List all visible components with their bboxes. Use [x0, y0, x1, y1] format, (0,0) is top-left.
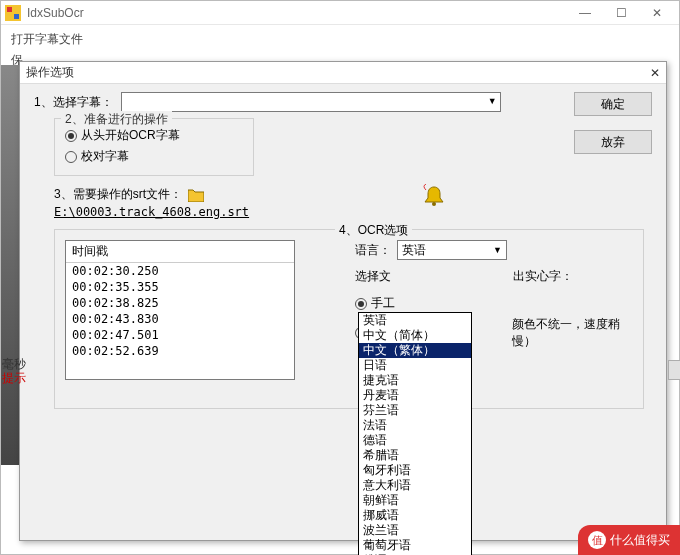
language-option[interactable]: 英语	[359, 313, 471, 328]
language-option[interactable]: 葡萄牙语	[359, 538, 471, 553]
main-title: IdxSubOcr	[27, 6, 567, 20]
cancel-button[interactable]: 放弃	[574, 130, 652, 154]
operation-group: 2、准备进行的操作 从头开始OCR字幕 校对字幕	[54, 118, 254, 176]
dialog-body: 确定 放弃 1、选择字幕： ▼ 2、准备进行的操作 从头开始OCR字幕 校对字	[20, 84, 666, 540]
language-option[interactable]: 朝鲜语	[359, 493, 471, 508]
language-option[interactable]: 德语	[359, 433, 471, 448]
radio-ocr[interactable]: 从头开始OCR字幕	[65, 125, 243, 146]
hint-label: 提示	[2, 370, 26, 387]
language-option[interactable]: 芬兰语	[359, 403, 471, 418]
dialog-titlebar: 操作选项 ✕	[20, 62, 666, 84]
timestamp-item[interactable]: 00:02:35.355	[66, 279, 294, 295]
language-option[interactable]: 中文（繁体）	[359, 343, 471, 358]
step1-row: 1、选择字幕： ▼	[34, 92, 652, 112]
timestamp-item[interactable]: 00:02:47.501	[66, 327, 294, 343]
maximize-button[interactable]: ☐	[603, 3, 639, 23]
watermark-icon: 值	[588, 531, 606, 549]
language-option[interactable]: 希腊语	[359, 448, 471, 463]
language-option[interactable]: 捷克语	[359, 373, 471, 388]
step3-row: 3、需要操作的srt文件：	[54, 186, 652, 203]
ocr-group: 4、OCR选项 时间戳 00:02:30.25000:02:35.35500:0…	[54, 229, 644, 409]
select-label-suffix: 出实心字：	[513, 268, 573, 285]
timestamp-item[interactable]: 00:02:43.830	[66, 311, 294, 327]
left-strip	[1, 65, 21, 465]
timestamp-list[interactable]: 时间戳 00:02:30.25000:02:35.35500:02:38.825…	[65, 240, 295, 380]
timestamp-header[interactable]: 时间戳	[66, 241, 294, 263]
language-dropdown[interactable]: 英语中文（简体）中文（繁体）日语捷克语丹麦语芬兰语法语德语希腊语匈牙利语意大利语…	[358, 312, 472, 555]
language-option[interactable]: 日语	[359, 358, 471, 373]
language-option[interactable]: 意大利语	[359, 478, 471, 493]
radio-proof-label: 校对字幕	[81, 148, 129, 165]
step3-label: 3、需要操作的srt文件：	[54, 186, 182, 203]
language-option[interactable]: 丹麦语	[359, 388, 471, 403]
timestamp-item[interactable]: 00:02:52.639	[66, 343, 294, 359]
radio-icon	[355, 298, 367, 310]
menu-open[interactable]: 打开字幕文件	[5, 29, 675, 50]
subtitle-select[interactable]: ▼	[121, 92, 501, 112]
chevron-down-icon: ▼	[493, 245, 502, 255]
folder-icon[interactable]	[188, 188, 204, 202]
srt-path: E:\00003.track_4608.eng.srt	[54, 205, 652, 219]
radio-auto-suffix: 颜色不统一，速度稍慢）	[512, 316, 643, 350]
main-titlebar: IdxSubOcr — ☐ ✕	[1, 1, 679, 25]
close-icon[interactable]: ✕	[650, 66, 660, 80]
radio-icon	[65, 151, 77, 163]
bell-icon	[420, 184, 448, 212]
minimize-button[interactable]: —	[567, 3, 603, 23]
language-option[interactable]: 挪威语	[359, 508, 471, 523]
select-label-prefix: 选择文	[355, 268, 391, 285]
operation-group-title: 2、准备进行的操作	[61, 111, 172, 128]
svg-rect-1	[7, 7, 12, 12]
svg-rect-2	[14, 14, 19, 19]
lang-label: 语言：	[355, 242, 391, 259]
options-dialog: 操作选项 ✕ 确定 放弃 1、选择字幕： ▼ 2、准备进行的操作 从头开始OCR…	[19, 61, 667, 541]
svg-point-3	[432, 202, 436, 206]
close-button[interactable]: ✕	[639, 3, 675, 23]
radio-ocr-label: 从头开始OCR字幕	[81, 127, 180, 144]
main-body: 打开字幕文件 保 該不會就此結束 此分手 操作选项 ✕ 确定 放弃 1、选择字幕…	[1, 25, 679, 554]
ok-button[interactable]: 确定	[574, 92, 652, 116]
radio-proof[interactable]: 校对字幕	[65, 146, 243, 167]
app-icon	[5, 5, 21, 21]
language-option[interactable]: 中文（简体）	[359, 328, 471, 343]
radio-manual[interactable]: 手工	[355, 293, 643, 314]
timestamp-item[interactable]: 00:02:30.250	[66, 263, 294, 279]
step1-label: 1、选择字幕：	[34, 94, 113, 111]
watermark-badge: 值 什么值得买	[578, 525, 680, 555]
lang-value: 英语	[402, 242, 426, 259]
timestamp-item[interactable]: 00:02:38.825	[66, 295, 294, 311]
radio-icon	[65, 130, 77, 142]
language-option[interactable]: 匈牙利语	[359, 463, 471, 478]
watermark-text: 什么值得买	[610, 532, 670, 549]
side-button[interactable]	[668, 360, 680, 380]
main-window: IdxSubOcr — ☐ ✕ 打开字幕文件 保 該不會就此結束 此分手 操作选…	[0, 0, 680, 555]
language-option[interactable]: 波兰语	[359, 523, 471, 538]
dialog-title: 操作选项	[26, 64, 650, 81]
radio-manual-label: 手工	[371, 295, 395, 312]
language-combo[interactable]: 英语 ▼	[397, 240, 507, 260]
ocr-group-title: 4、OCR选项	[335, 222, 412, 239]
language-option[interactable]: 法语	[359, 418, 471, 433]
